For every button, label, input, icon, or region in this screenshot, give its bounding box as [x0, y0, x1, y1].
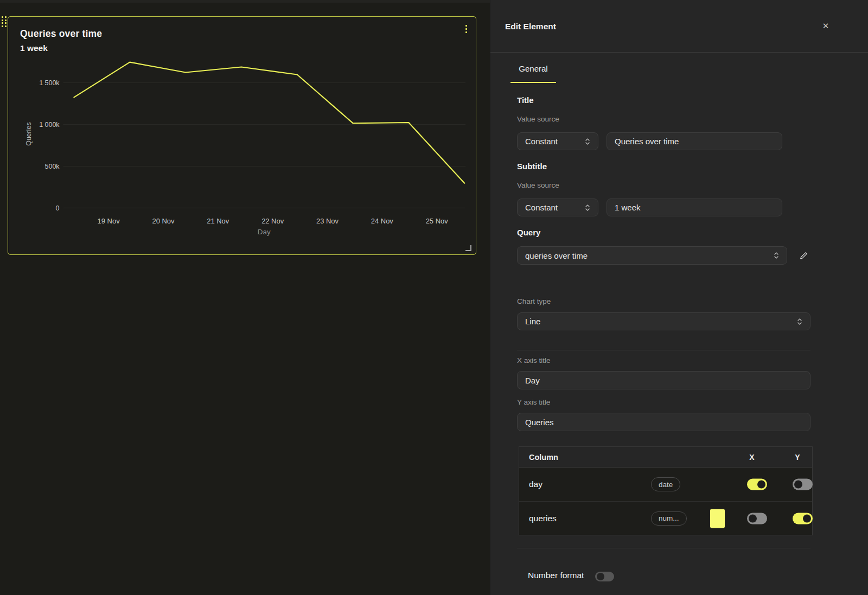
tab-general[interactable]: General — [510, 61, 556, 83]
subtitle-section-label: Subtitle — [517, 162, 547, 171]
queries-y-toggle[interactable] — [793, 513, 813, 524]
section-divider — [517, 350, 810, 350]
columns-table-header: Column X Y — [519, 447, 812, 468]
chevron-up-down-icon — [585, 203, 590, 212]
svg-text:23 Nov: 23 Nov — [316, 217, 339, 225]
column-name: queries — [529, 514, 557, 523]
svg-text:1 500k: 1 500k — [39, 79, 60, 87]
y-axis-title-input[interactable]: Queries — [517, 413, 810, 431]
y-axis-title-label: Y axis title — [517, 398, 550, 406]
chart-type-select[interactable]: Line — [517, 312, 810, 330]
columns-table: Column X Y day date queries num... — [519, 446, 813, 535]
column-name: day — [529, 479, 542, 489]
type-badge: num... — [651, 511, 687, 526]
svg-text:1 000k: 1 000k — [39, 121, 60, 129]
panel-title: Edit Element — [505, 22, 556, 31]
canvas-top-strip — [0, 0, 490, 3]
title-value-source-label: Value source — [517, 115, 559, 123]
x-axis-title-input[interactable]: Day — [517, 371, 810, 389]
edit-element-panel: Edit Element ✕ General Title Value sourc… — [490, 0, 868, 595]
day-y-toggle[interactable] — [793, 479, 813, 490]
queries-x-toggle[interactable] — [747, 513, 767, 524]
series-color-swatch[interactable] — [710, 509, 725, 528]
edit-query-pencil-icon[interactable] — [797, 249, 809, 261]
title-section-label: Title — [517, 95, 534, 105]
title-source-select[interactable]: Constant — [517, 132, 598, 150]
svg-text:0: 0 — [56, 204, 60, 212]
resize-handle-icon[interactable] — [465, 245, 471, 251]
svg-text:19 Nov: 19 Nov — [98, 217, 120, 225]
day-x-toggle[interactable] — [747, 479, 767, 490]
dashboard-canvas: Queries over time 1 week 0500k1 000k1 50… — [0, 0, 490, 595]
x-header: X — [747, 453, 757, 462]
column-header: Column — [529, 453, 558, 462]
table-row-queries: queries num... — [519, 501, 812, 535]
svg-text:20 Nov: 20 Nov — [152, 217, 175, 225]
drag-handle-icon[interactable] — [2, 16, 7, 28]
chevron-up-down-icon — [797, 317, 802, 326]
table-row-day: day date — [519, 468, 812, 501]
chart-element-card[interactable]: Queries over time 1 week 0500k1 000k1 50… — [8, 16, 476, 255]
chevron-up-down-icon — [774, 251, 779, 260]
number-format-label: Number format — [528, 571, 584, 580]
subtitle-source-select[interactable]: Constant — [517, 199, 598, 216]
header-divider — [490, 52, 868, 53]
title-value-input[interactable]: Queries over time — [607, 132, 782, 150]
svg-text:Day: Day — [258, 228, 271, 236]
svg-text:21 Nov: 21 Nov — [207, 217, 229, 225]
chevron-up-down-icon — [585, 137, 590, 146]
subtitle-value-source-label: Value source — [517, 181, 559, 189]
svg-text:25 Nov: 25 Nov — [426, 217, 449, 225]
line-chart: 0500k1 000k1 500k19 Nov20 Nov21 Nov22 No… — [8, 17, 476, 254]
query-section-label: Query — [517, 228, 540, 237]
x-axis-title-label: X axis title — [517, 356, 551, 364]
svg-text:500k: 500k — [45, 163, 60, 170]
subtitle-value-input[interactable]: 1 week — [607, 199, 782, 216]
query-select[interactable]: queries over time — [517, 246, 787, 265]
number-format-toggle[interactable] — [595, 572, 614, 581]
svg-text:24 Nov: 24 Nov — [371, 217, 394, 225]
chart-type-label: Chart type — [517, 297, 551, 305]
svg-text:22 Nov: 22 Nov — [261, 217, 284, 225]
section-divider — [517, 548, 810, 548]
y-header: Y — [793, 453, 802, 462]
svg-text:Queries: Queries — [25, 122, 33, 146]
close-icon[interactable]: ✕ — [819, 20, 832, 33]
type-badge: date — [651, 477, 680, 491]
